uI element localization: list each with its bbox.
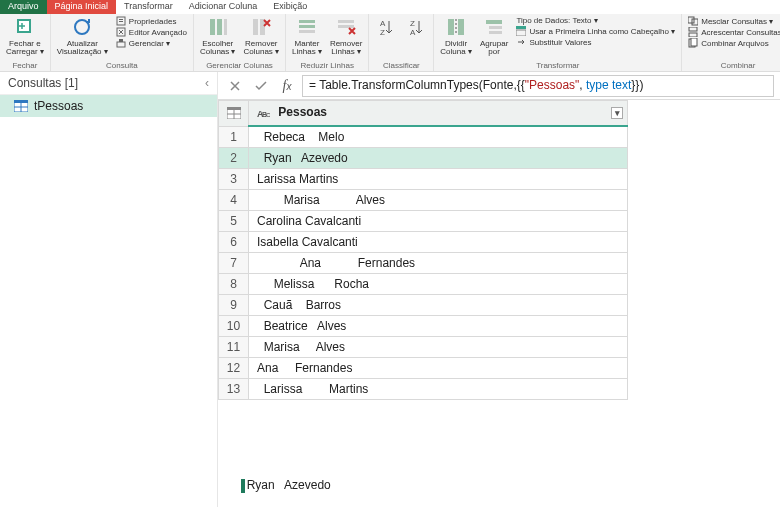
close-and-load-button[interactable]: Fechar e Carregar ▾ xyxy=(4,16,46,57)
tab-home[interactable]: Página Inicial xyxy=(47,0,117,14)
row-number[interactable]: 11 xyxy=(219,337,249,358)
replace-values-icon xyxy=(516,37,526,47)
advanced-editor-icon xyxy=(116,27,126,37)
tab-transformar[interactable]: Transformar xyxy=(116,0,181,14)
row-number[interactable]: 7 xyxy=(219,253,249,274)
row-number[interactable]: 3 xyxy=(219,169,249,190)
remove-rows-icon xyxy=(335,16,357,38)
tab-exibicao[interactable]: Exibição xyxy=(265,0,315,14)
keep-rows-button[interactable]: Manter Linhas ▾ xyxy=(290,16,324,57)
table-row[interactable]: 3Larissa Martins xyxy=(219,169,628,190)
append-icon xyxy=(688,27,698,37)
formula-commit-button[interactable] xyxy=(250,75,272,97)
row-number[interactable]: 6 xyxy=(219,232,249,253)
cell-pessoas[interactable]: Beatrice Alves xyxy=(249,316,628,337)
formula-fx-button[interactable]: fx xyxy=(276,75,298,97)
table-row[interactable]: 2 Ryan Azevedo xyxy=(219,148,628,169)
svg-rect-17 xyxy=(338,20,354,23)
combine-files-button[interactable]: Combinar Arquivos xyxy=(686,38,780,48)
row-number[interactable]: 9 xyxy=(219,295,249,316)
column-filter-dropdown[interactable]: ▾ xyxy=(611,107,623,119)
combine-files-icon xyxy=(688,38,698,48)
remove-columns-icon xyxy=(250,16,272,38)
cell-pessoas[interactable]: Melissa Rocha xyxy=(249,274,628,295)
cell-pessoas[interactable]: Larissa Martins xyxy=(249,379,628,400)
table-row[interactable]: 6Isabella Cavalcanti xyxy=(219,232,628,253)
table-row[interactable]: 8 Melissa Rocha xyxy=(219,274,628,295)
table-row[interactable]: 4 Marisa Alves xyxy=(219,190,628,211)
svg-rect-4 xyxy=(119,19,123,20)
refresh-icon xyxy=(71,16,93,38)
table-row[interactable]: 1 Rebeca Melo xyxy=(219,126,628,148)
svg-rect-25 xyxy=(486,20,502,24)
svg-rect-9 xyxy=(210,19,215,35)
sort-desc-button[interactable]: ZA xyxy=(403,16,429,38)
select-all-corner[interactable] xyxy=(219,101,249,127)
row-number[interactable]: 13 xyxy=(219,379,249,400)
query-item-tpessoas[interactable]: tPessoas xyxy=(0,95,217,117)
advanced-editor-button[interactable]: Editor Avançado xyxy=(114,27,189,37)
preview-bar-icon xyxy=(241,479,245,493)
tab-file[interactable]: Arquivo xyxy=(0,0,47,14)
row-number[interactable]: 8 xyxy=(219,274,249,295)
row-number[interactable]: 10 xyxy=(219,316,249,337)
table-row[interactable]: 12Ana Fernandes xyxy=(219,358,628,379)
svg-rect-5 xyxy=(119,21,123,22)
cell-pessoas[interactable]: Ana Fernandes xyxy=(249,358,628,379)
cell-pessoas[interactable]: Ana Fernandes xyxy=(249,253,628,274)
cell-pessoas[interactable]: Carolina Cavalcanti xyxy=(249,211,628,232)
formula-cancel-button[interactable] xyxy=(224,75,246,97)
row-number[interactable]: 2 xyxy=(219,148,249,169)
table-row[interactable]: 5Carolina Cavalcanti xyxy=(219,211,628,232)
choose-columns-button[interactable]: Escolher Colunas ▾ xyxy=(198,16,238,57)
row-number[interactable]: 12 xyxy=(219,358,249,379)
cell-pessoas[interactable]: Larissa Martins xyxy=(249,169,628,190)
first-row-header-button[interactable]: Usar a Primeira Linha como Cabeçalho ▾ xyxy=(514,26,677,36)
tab-adicionar[interactable]: Adicionar Coluna xyxy=(181,0,266,14)
queries-sidebar: Consultas [1] ‹ tPessoas xyxy=(0,72,218,507)
cell-pessoas[interactable]: Isabella Cavalcanti xyxy=(249,232,628,253)
merge-queries-button[interactable]: Mesclar Consultas ▾ xyxy=(686,16,780,26)
properties-button[interactable]: Propriedades xyxy=(114,16,189,26)
svg-rect-11 xyxy=(224,19,227,35)
table-row[interactable]: 13 Larissa Martins xyxy=(219,379,628,400)
table-row[interactable]: 10 Beatrice Alves xyxy=(219,316,628,337)
table-icon xyxy=(14,100,28,112)
svg-rect-14 xyxy=(299,20,315,23)
collapse-sidebar-button[interactable]: ‹ xyxy=(205,76,209,90)
data-type-button[interactable]: Tipo de Dados: Texto ▾ xyxy=(514,16,677,25)
svg-rect-26 xyxy=(489,26,502,29)
table-row[interactable]: 11 Marisa Alves xyxy=(219,337,628,358)
svg-rect-31 xyxy=(692,19,698,25)
type-text-icon: ABC xyxy=(255,105,271,121)
manage-query-button[interactable]: Gerenciar ▾ xyxy=(114,38,189,48)
row-number[interactable]: 5 xyxy=(219,211,249,232)
row-number[interactable]: 4 xyxy=(219,190,249,211)
svg-rect-30 xyxy=(688,17,694,23)
cell-pessoas[interactable]: Ryan Azevedo xyxy=(249,148,628,169)
append-queries-button[interactable]: Acrescentar Consultas ▾ xyxy=(686,27,780,37)
cell-pessoas[interactable]: Marisa Alves xyxy=(249,190,628,211)
cell-pessoas[interactable]: Rebeca Melo xyxy=(249,126,628,148)
refresh-preview-button[interactable]: Atualizar Visualização ▾ xyxy=(55,16,110,57)
svg-rect-33 xyxy=(689,33,697,37)
svg-rect-32 xyxy=(689,27,697,31)
table-row[interactable]: 9 Cauã Barros xyxy=(219,295,628,316)
row-number[interactable]: 1 xyxy=(219,126,249,148)
remove-columns-button[interactable]: Remover Colunas ▾ xyxy=(242,16,282,57)
cell-pessoas[interactable]: Marisa Alves xyxy=(249,337,628,358)
cell-preview: Ryan Azevedo xyxy=(230,462,335,495)
sort-asc-button[interactable]: AZ xyxy=(373,16,399,38)
cell-pessoas[interactable]: Cauã Barros xyxy=(249,295,628,316)
first-row-header-icon xyxy=(516,26,526,36)
table-row[interactable]: 7 Ana Fernandes xyxy=(219,253,628,274)
replace-values-button[interactable]: Substituir Valores xyxy=(514,37,677,47)
svg-rect-16 xyxy=(299,30,315,33)
column-header-pessoas[interactable]: ABC Pessoas ▾ xyxy=(249,101,628,127)
group-by-button[interactable]: Agrupar por xyxy=(478,16,510,57)
merge-icon xyxy=(688,16,698,26)
svg-rect-29 xyxy=(516,30,526,36)
split-column-button[interactable]: Dividir Coluna ▾ xyxy=(438,16,474,57)
remove-rows-button[interactable]: Remover Linhas ▾ xyxy=(328,16,364,57)
formula-text[interactable]: = Table.TransformColumnTypes(Fonte,{{"Pe… xyxy=(302,75,774,97)
